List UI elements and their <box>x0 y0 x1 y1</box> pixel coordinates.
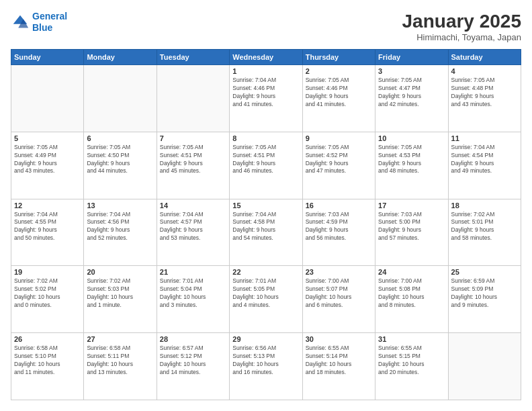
table-row: 27Sunrise: 6:58 AM Sunset: 5:11 PM Dayli… <box>84 333 157 400</box>
day-number: 15 <box>232 201 299 210</box>
table-row: 21Sunrise: 7:01 AM Sunset: 5:04 PM Dayli… <box>157 266 229 333</box>
day-number: 22 <box>232 268 299 276</box>
table-row: 22Sunrise: 7:01 AM Sunset: 5:05 PM Dayli… <box>230 266 302 333</box>
table-row: 7Sunrise: 7:05 AM Sunset: 4:51 PM Daylig… <box>157 132 229 199</box>
location: Himimachi, Toyama, Japan <box>402 32 521 42</box>
table-row <box>84 65 157 132</box>
table-row: 12Sunrise: 7:04 AM Sunset: 4:55 PM Dayli… <box>11 199 84 266</box>
day-number: 30 <box>306 335 372 343</box>
day-number: 29 <box>232 335 299 343</box>
day-info: Sunrise: 7:05 AM Sunset: 4:48 PM Dayligh… <box>451 77 518 109</box>
day-info: Sunrise: 7:04 AM Sunset: 4:46 PM Dayligh… <box>232 77 299 109</box>
header: General Blue January 2025 Himimachi, Toy… <box>11 11 521 42</box>
day-number: 25 <box>451 268 518 276</box>
day-info: Sunrise: 6:55 AM Sunset: 5:15 PM Dayligh… <box>378 345 445 377</box>
day-info: Sunrise: 7:00 AM Sunset: 5:07 PM Dayligh… <box>306 277 372 310</box>
col-tuesday: Tuesday <box>157 50 229 65</box>
table-row: 23Sunrise: 7:00 AM Sunset: 5:07 PM Dayli… <box>302 266 375 333</box>
day-info: Sunrise: 7:04 AM Sunset: 4:56 PM Dayligh… <box>87 211 153 243</box>
day-info: Sunrise: 7:02 AM Sunset: 5:03 PM Dayligh… <box>87 277 153 310</box>
day-info: Sunrise: 7:05 AM Sunset: 4:49 PM Dayligh… <box>14 144 81 176</box>
table-row: 15Sunrise: 7:04 AM Sunset: 4:58 PM Dayli… <box>230 199 302 266</box>
table-row: 26Sunrise: 6:58 AM Sunset: 5:10 PM Dayli… <box>11 333 84 400</box>
day-info: Sunrise: 7:05 AM Sunset: 4:53 PM Dayligh… <box>378 144 445 176</box>
day-number: 14 <box>160 201 226 210</box>
table-row: 8Sunrise: 7:05 AM Sunset: 4:51 PM Daylig… <box>230 132 302 199</box>
table-row: 25Sunrise: 6:59 AM Sunset: 5:09 PM Dayli… <box>448 266 521 333</box>
col-thursday: Thursday <box>302 50 375 65</box>
table-row: 20Sunrise: 7:02 AM Sunset: 5:03 PM Dayli… <box>84 266 157 333</box>
table-row <box>448 333 521 400</box>
day-number: 7 <box>160 134 226 142</box>
day-info: Sunrise: 7:05 AM Sunset: 4:51 PM Dayligh… <box>232 144 299 176</box>
day-info: Sunrise: 7:05 AM Sunset: 4:46 PM Dayligh… <box>306 77 372 109</box>
table-row: 19Sunrise: 7:02 AM Sunset: 5:02 PM Dayli… <box>11 266 84 333</box>
table-row: 31Sunrise: 6:55 AM Sunset: 5:15 PM Dayli… <box>375 333 448 400</box>
day-info: Sunrise: 6:59 AM Sunset: 5:09 PM Dayligh… <box>451 277 518 310</box>
day-number: 13 <box>87 201 153 210</box>
table-row: 2Sunrise: 7:05 AM Sunset: 4:46 PM Daylig… <box>302 65 375 132</box>
day-info: Sunrise: 7:02 AM Sunset: 5:02 PM Dayligh… <box>14 277 81 310</box>
day-number: 21 <box>160 268 226 276</box>
table-row: 1Sunrise: 7:04 AM Sunset: 4:46 PM Daylig… <box>230 65 302 132</box>
day-info: Sunrise: 7:05 AM Sunset: 4:50 PM Dayligh… <box>87 144 153 176</box>
day-info: Sunrise: 7:03 AM Sunset: 5:00 PM Dayligh… <box>378 211 445 243</box>
title-block: January 2025 Himimachi, Toyama, Japan <box>402 11 521 42</box>
day-number: 1 <box>232 67 299 75</box>
day-number: 2 <box>306 67 372 75</box>
calendar-week-row: 5Sunrise: 7:05 AM Sunset: 4:49 PM Daylig… <box>11 132 521 199</box>
day-info: Sunrise: 7:04 AM Sunset: 4:55 PM Dayligh… <box>14 211 81 243</box>
day-info: Sunrise: 7:04 AM Sunset: 4:57 PM Dayligh… <box>160 211 226 243</box>
day-number: 24 <box>378 268 445 276</box>
day-info: Sunrise: 7:05 AM Sunset: 4:51 PM Dayligh… <box>160 144 226 176</box>
day-number: 26 <box>14 335 81 343</box>
day-number: 9 <box>306 134 372 142</box>
month-title: January 2025 <box>402 11 521 32</box>
day-info: Sunrise: 6:58 AM Sunset: 5:11 PM Dayligh… <box>87 345 153 377</box>
table-row: 6Sunrise: 7:05 AM Sunset: 4:50 PM Daylig… <box>84 132 157 199</box>
table-row: 13Sunrise: 7:04 AM Sunset: 4:56 PM Dayli… <box>84 199 157 266</box>
day-info: Sunrise: 6:57 AM Sunset: 5:12 PM Dayligh… <box>160 345 226 377</box>
day-info: Sunrise: 7:04 AM Sunset: 4:58 PM Dayligh… <box>232 211 299 243</box>
col-wednesday: Wednesday <box>230 50 302 65</box>
col-monday: Monday <box>84 50 157 65</box>
day-number: 20 <box>87 268 153 276</box>
day-number: 11 <box>451 134 518 142</box>
calendar-week-row: 19Sunrise: 7:02 AM Sunset: 5:02 PM Dayli… <box>11 266 521 333</box>
calendar-table: Sunday Monday Tuesday Wednesday Thursday… <box>11 49 521 400</box>
table-row: 4Sunrise: 7:05 AM Sunset: 4:48 PM Daylig… <box>448 65 521 132</box>
day-number: 18 <box>451 201 518 210</box>
table-row <box>11 65 84 132</box>
day-number: 8 <box>232 134 299 142</box>
day-number: 31 <box>378 335 445 343</box>
day-number: 6 <box>87 134 153 142</box>
day-info: Sunrise: 6:58 AM Sunset: 5:10 PM Dayligh… <box>14 345 81 377</box>
calendar-header-row: Sunday Monday Tuesday Wednesday Thursday… <box>11 50 521 65</box>
day-info: Sunrise: 7:02 AM Sunset: 5:01 PM Dayligh… <box>451 211 518 243</box>
table-row: 17Sunrise: 7:03 AM Sunset: 5:00 PM Dayli… <box>375 199 448 266</box>
table-row <box>157 65 229 132</box>
day-info: Sunrise: 7:01 AM Sunset: 5:05 PM Dayligh… <box>232 277 299 310</box>
calendar-week-row: 1Sunrise: 7:04 AM Sunset: 4:46 PM Daylig… <box>11 65 521 132</box>
logo: General Blue <box>11 11 67 34</box>
day-info: Sunrise: 7:04 AM Sunset: 4:54 PM Dayligh… <box>451 144 518 176</box>
day-info: Sunrise: 7:05 AM Sunset: 4:47 PM Dayligh… <box>378 77 445 109</box>
calendar-week-row: 26Sunrise: 6:58 AM Sunset: 5:10 PM Dayli… <box>11 333 521 400</box>
page: General Blue January 2025 Himimachi, Toy… <box>0 0 532 411</box>
day-info: Sunrise: 7:00 AM Sunset: 5:08 PM Dayligh… <box>378 277 445 310</box>
table-row: 28Sunrise: 6:57 AM Sunset: 5:12 PM Dayli… <box>157 333 229 400</box>
col-saturday: Saturday <box>448 50 521 65</box>
day-info: Sunrise: 7:05 AM Sunset: 4:52 PM Dayligh… <box>306 144 372 176</box>
table-row: 14Sunrise: 7:04 AM Sunset: 4:57 PM Dayli… <box>157 199 229 266</box>
col-friday: Friday <box>375 50 448 65</box>
day-number: 12 <box>14 201 81 210</box>
table-row: 11Sunrise: 7:04 AM Sunset: 4:54 PM Dayli… <box>448 132 521 199</box>
day-number: 17 <box>378 201 445 210</box>
table-row: 18Sunrise: 7:02 AM Sunset: 5:01 PM Dayli… <box>448 199 521 266</box>
day-number: 19 <box>14 268 81 276</box>
table-row: 3Sunrise: 7:05 AM Sunset: 4:47 PM Daylig… <box>375 65 448 132</box>
logo-text: General Blue <box>32 11 67 34</box>
day-number: 4 <box>451 67 518 75</box>
table-row: 16Sunrise: 7:03 AM Sunset: 4:59 PM Dayli… <box>302 199 375 266</box>
day-info: Sunrise: 6:56 AM Sunset: 5:13 PM Dayligh… <box>232 345 299 377</box>
